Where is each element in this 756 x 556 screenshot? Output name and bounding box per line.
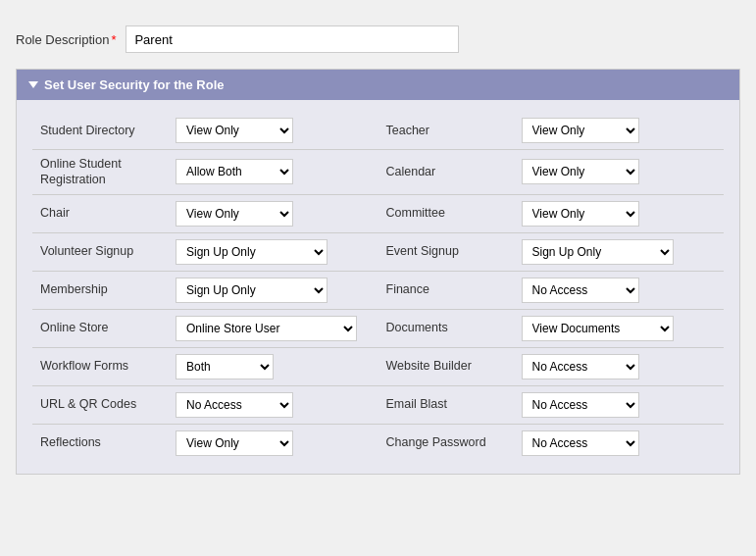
field-row-left-3: Volunteer SignupNo AccessView OnlySign U… [32, 232, 378, 271]
field-label-right-4: Finance [386, 281, 514, 297]
field-label-left-5: Online Store [40, 320, 168, 335]
field-row-right-6: Website BuilderNo AccessView OnlyAllow B… [378, 347, 725, 385]
field-select-left-2[interactable]: No AccessView OnlyAllow Both [176, 201, 293, 227]
field-row-right-3: Event SignupNo AccessView OnlySign Up On… [378, 232, 725, 271]
collapse-triangle-icon [28, 81, 38, 88]
field-select-left-1[interactable]: No AccessView OnlyAllow BothSign Up Only [176, 159, 293, 184]
field-label-left-3: Volunteer Signup [40, 243, 168, 259]
field-select-right-4[interactable]: No AccessView OnlyAllow Both [522, 278, 639, 303]
field-select-left-0[interactable]: No AccessView OnlyAllow Both [176, 118, 293, 143]
field-select-right-7[interactable]: No AccessView OnlyAllow Both [522, 392, 639, 418]
field-label-left-1: Online Student Registration [40, 156, 168, 188]
field-label-right-8: Change Password [386, 434, 514, 450]
field-label-left-7: URL & QR Codes [40, 396, 168, 412]
security-header-text: Set User Security for the Role [44, 77, 225, 92]
field-label-right-7: Email Blast [386, 396, 514, 412]
field-row-left-6: Workflow FormsNo AccessView OnlyBoth [32, 347, 378, 385]
field-row-right-2: CommitteeNo AccessView OnlyAllow Both [378, 194, 725, 232]
security-panel: Set User Security for the Role Student D… [16, 69, 740, 475]
field-label-left-2: Chair [40, 205, 168, 221]
field-select-right-1[interactable]: No AccessView OnlyAllow Both [522, 159, 639, 184]
field-label-left-6: Workflow Forms [40, 358, 168, 374]
field-select-left-4[interactable]: No AccessView OnlySign Up OnlyAllow Both [176, 278, 328, 303]
field-select-left-6[interactable]: No AccessView OnlyBoth [176, 354, 274, 379]
role-section: Role Description* [16, 16, 740, 69]
security-body: Student DirectoryNo AccessView OnlyAllow… [17, 100, 739, 474]
role-description-input[interactable] [126, 25, 459, 53]
field-select-right-8[interactable]: No AccessView OnlyAllow Both [522, 430, 639, 456]
field-label-right-2: Committee [386, 205, 514, 221]
field-label-left-0: Student Directory [40, 123, 168, 138]
field-select-right-5[interactable]: No AccessView DocumentsManage Documents [522, 316, 674, 341]
page-wrapper: Role Description* Set User Security for … [0, 0, 756, 556]
field-label-right-6: Website Builder [386, 358, 514, 374]
field-select-right-3[interactable]: No AccessView OnlySign Up OnlyAllow Both [522, 239, 674, 265]
field-row-right-0: TeacherNo AccessView OnlyAllow Both [378, 112, 725, 149]
field-row-left-4: MembershipNo AccessView OnlySign Up Only… [32, 271, 378, 309]
field-row-right-7: Email BlastNo AccessView OnlyAllow Both [378, 385, 725, 424]
field-select-right-0[interactable]: No AccessView OnlyAllow Both [522, 118, 639, 143]
field-label-left-8: Reflections [40, 434, 168, 450]
field-select-right-6[interactable]: No AccessView OnlyAllow Both [522, 354, 639, 379]
field-select-left-3[interactable]: No AccessView OnlySign Up OnlyAllow Both [176, 239, 328, 265]
field-row-left-2: ChairNo AccessView OnlyAllow Both [32, 194, 378, 232]
field-row-right-8: Change PasswordNo AccessView OnlyAllow B… [378, 424, 725, 462]
field-row-right-5: DocumentsNo AccessView DocumentsManage D… [378, 309, 725, 347]
field-row-left-8: ReflectionsNo AccessView OnlyAllow Both [32, 424, 378, 462]
role-required-star: * [111, 32, 116, 47]
field-row-left-1: Online Student RegistrationNo AccessView… [32, 149, 378, 194]
role-description-text: Role Description [16, 32, 109, 47]
field-row-right-4: FinanceNo AccessView OnlyAllow Both [378, 271, 725, 309]
field-select-left-7[interactable]: No AccessView OnlyAllow Both [176, 392, 293, 418]
field-label-right-0: Teacher [386, 123, 514, 138]
field-select-left-8[interactable]: No AccessView OnlyAllow Both [176, 430, 293, 456]
field-select-left-5[interactable]: No AccessOnline Store UserAdmin [176, 316, 357, 341]
field-select-right-2[interactable]: No AccessView OnlyAllow Both [522, 201, 639, 227]
field-row-left-7: URL & QR CodesNo AccessView OnlyAllow Bo… [32, 385, 378, 424]
field-label-right-5: Documents [386, 320, 514, 335]
role-label: Role Description* [16, 32, 116, 47]
field-label-right-1: Calendar [386, 164, 514, 179]
security-header: Set User Security for the Role [17, 70, 739, 100]
field-row-left-5: Online StoreNo AccessOnline Store UserAd… [32, 309, 378, 347]
field-row-left-0: Student DirectoryNo AccessView OnlyAllow… [32, 112, 378, 149]
field-label-left-4: Membership [40, 281, 168, 297]
field-label-right-3: Event Signup [386, 243, 514, 259]
fields-grid: Student DirectoryNo AccessView OnlyAllow… [32, 112, 724, 462]
field-row-right-1: CalendarNo AccessView OnlyAllow Both [378, 149, 725, 194]
